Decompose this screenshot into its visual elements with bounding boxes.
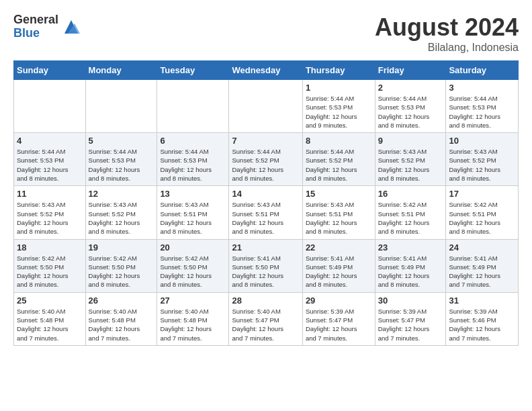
day-cell: 19Sunrise: 5:42 AM Sunset: 5:50 PM Dayli… (85, 239, 157, 292)
logo-blue: Blue (13, 27, 58, 40)
day-number: 8 (306, 136, 372, 146)
day-info: Sunrise: 5:42 AM Sunset: 5:50 PM Dayligh… (89, 254, 154, 289)
day-number: 21 (232, 242, 299, 253)
day-info: Sunrise: 5:41 AM Sunset: 5:49 PM Dayligh… (306, 254, 372, 289)
weekday-header-thursday: Thursday (302, 61, 375, 80)
day-cell: 22Sunrise: 5:41 AM Sunset: 5:49 PM Dayli… (302, 239, 375, 292)
day-number: 11 (17, 189, 83, 199)
day-info: Sunrise: 5:39 AM Sunset: 5:46 PM Dayligh… (449, 307, 515, 342)
calendar: SundayMondayTuesdayWednesdayThursdayFrid… (13, 60, 519, 346)
day-number: 10 (449, 136, 515, 146)
logo-icon (61, 17, 81, 37)
day-info: Sunrise: 5:40 AM Sunset: 5:48 PM Dayligh… (160, 307, 226, 342)
day-info: Sunrise: 5:42 AM Sunset: 5:51 PM Dayligh… (449, 200, 515, 236)
page-header: General Blue August 2024 Bilalang, Indon… (13, 13, 519, 54)
day-info: Sunrise: 5:43 AM Sunset: 5:51 PM Dayligh… (160, 200, 226, 236)
weekday-header-saturday: Saturday (446, 61, 519, 80)
weekday-header-monday: Monday (85, 61, 157, 80)
day-cell: 16Sunrise: 5:42 AM Sunset: 5:51 PM Dayli… (375, 186, 446, 239)
day-info: Sunrise: 5:43 AM Sunset: 5:52 PM Dayligh… (89, 200, 154, 236)
day-cell: 1Sunrise: 5:44 AM Sunset: 5:53 PM Daylig… (302, 80, 375, 133)
weekday-header-row: SundayMondayTuesdayWednesdayThursdayFrid… (14, 61, 519, 80)
day-info: Sunrise: 5:39 AM Sunset: 5:47 PM Dayligh… (378, 307, 443, 342)
day-cell: 30Sunrise: 5:39 AM Sunset: 5:47 PM Dayli… (375, 292, 446, 345)
day-cell: 10Sunrise: 5:43 AM Sunset: 5:52 PM Dayli… (446, 133, 519, 186)
day-info: Sunrise: 5:42 AM Sunset: 5:51 PM Dayligh… (378, 200, 443, 236)
week-row-4: 18Sunrise: 5:42 AM Sunset: 5:50 PM Dayli… (14, 239, 519, 292)
day-number: 27 (160, 295, 226, 306)
day-info: Sunrise: 5:42 AM Sunset: 5:50 PM Dayligh… (160, 254, 226, 289)
day-cell: 2Sunrise: 5:44 AM Sunset: 5:53 PM Daylig… (375, 80, 446, 133)
day-info: Sunrise: 5:39 AM Sunset: 5:47 PM Dayligh… (306, 307, 372, 342)
day-info: Sunrise: 5:44 AM Sunset: 5:53 PM Dayligh… (378, 94, 443, 130)
day-cell (14, 80, 86, 133)
day-cell: 9Sunrise: 5:43 AM Sunset: 5:52 PM Daylig… (375, 133, 446, 186)
day-cell (157, 80, 229, 133)
day-info: Sunrise: 5:43 AM Sunset: 5:52 PM Dayligh… (17, 200, 83, 236)
day-cell: 15Sunrise: 5:43 AM Sunset: 5:51 PM Dayli… (302, 186, 375, 239)
day-info: Sunrise: 5:43 AM Sunset: 5:51 PM Dayligh… (306, 200, 372, 236)
day-number: 25 (17, 295, 83, 306)
weekday-header-sunday: Sunday (14, 61, 86, 80)
day-info: Sunrise: 5:44 AM Sunset: 5:53 PM Dayligh… (17, 147, 83, 183)
day-info: Sunrise: 5:41 AM Sunset: 5:49 PM Dayligh… (449, 254, 515, 289)
day-cell: 17Sunrise: 5:42 AM Sunset: 5:51 PM Dayli… (446, 186, 519, 239)
day-number: 3 (449, 83, 515, 93)
day-info: Sunrise: 5:44 AM Sunset: 5:53 PM Dayligh… (449, 94, 515, 130)
day-info: Sunrise: 5:40 AM Sunset: 5:48 PM Dayligh… (17, 307, 83, 342)
day-info: Sunrise: 5:43 AM Sunset: 5:52 PM Dayligh… (449, 147, 515, 183)
day-number: 16 (378, 189, 443, 199)
day-info: Sunrise: 5:41 AM Sunset: 5:50 PM Dayligh… (232, 254, 299, 289)
day-info: Sunrise: 5:44 AM Sunset: 5:53 PM Dayligh… (160, 147, 226, 183)
day-number: 9 (378, 136, 443, 146)
day-number: 30 (378, 295, 443, 306)
day-number: 12 (89, 189, 154, 199)
day-number: 22 (306, 242, 372, 253)
location: Bilalang, Indonesia (375, 42, 519, 54)
day-cell (85, 80, 157, 133)
day-cell: 4Sunrise: 5:44 AM Sunset: 5:53 PM Daylig… (14, 133, 86, 186)
day-cell: 21Sunrise: 5:41 AM Sunset: 5:50 PM Dayli… (229, 239, 302, 292)
day-number: 20 (160, 242, 226, 253)
day-cell: 23Sunrise: 5:41 AM Sunset: 5:49 PM Dayli… (375, 239, 446, 292)
day-info: Sunrise: 5:43 AM Sunset: 5:52 PM Dayligh… (378, 147, 443, 183)
day-number: 24 (449, 242, 515, 253)
day-number: 17 (449, 189, 515, 199)
day-cell: 31Sunrise: 5:39 AM Sunset: 5:46 PM Dayli… (446, 292, 519, 345)
day-info: Sunrise: 5:44 AM Sunset: 5:52 PM Dayligh… (306, 147, 372, 183)
day-cell: 20Sunrise: 5:42 AM Sunset: 5:50 PM Dayli… (157, 239, 229, 292)
day-cell: 26Sunrise: 5:40 AM Sunset: 5:48 PM Dayli… (85, 292, 157, 345)
day-number: 14 (232, 189, 299, 199)
week-row-2: 4Sunrise: 5:44 AM Sunset: 5:53 PM Daylig… (14, 133, 519, 186)
day-info: Sunrise: 5:40 AM Sunset: 5:47 PM Dayligh… (232, 307, 299, 342)
day-cell: 28Sunrise: 5:40 AM Sunset: 5:47 PM Dayli… (229, 292, 302, 345)
week-row-5: 25Sunrise: 5:40 AM Sunset: 5:48 PM Dayli… (14, 292, 519, 345)
day-number: 31 (449, 295, 515, 306)
logo-general: General (13, 13, 58, 27)
day-info: Sunrise: 5:42 AM Sunset: 5:50 PM Dayligh… (17, 254, 83, 289)
weekday-header-tuesday: Tuesday (157, 61, 229, 80)
day-cell: 12Sunrise: 5:43 AM Sunset: 5:52 PM Dayli… (85, 186, 157, 239)
weekday-header-friday: Friday (375, 61, 446, 80)
day-number: 26 (89, 295, 154, 306)
day-cell: 27Sunrise: 5:40 AM Sunset: 5:48 PM Dayli… (157, 292, 229, 345)
day-info: Sunrise: 5:43 AM Sunset: 5:51 PM Dayligh… (232, 200, 299, 236)
month-title: August 2024 (375, 13, 519, 42)
day-cell: 6Sunrise: 5:44 AM Sunset: 5:53 PM Daylig… (157, 133, 229, 186)
week-row-1: 1Sunrise: 5:44 AM Sunset: 5:53 PM Daylig… (14, 80, 519, 133)
day-cell: 11Sunrise: 5:43 AM Sunset: 5:52 PM Dayli… (14, 186, 86, 239)
day-number: 2 (378, 83, 443, 93)
day-number: 7 (232, 136, 299, 146)
day-number: 23 (378, 242, 443, 253)
day-cell: 24Sunrise: 5:41 AM Sunset: 5:49 PM Dayli… (446, 239, 519, 292)
logo: General Blue (13, 13, 81, 40)
day-number: 1 (306, 83, 372, 93)
day-cell: 14Sunrise: 5:43 AM Sunset: 5:51 PM Dayli… (229, 186, 302, 239)
day-info: Sunrise: 5:44 AM Sunset: 5:52 PM Dayligh… (232, 147, 299, 183)
day-cell: 5Sunrise: 5:44 AM Sunset: 5:53 PM Daylig… (85, 133, 157, 186)
day-number: 29 (306, 295, 372, 306)
weekday-header-wednesday: Wednesday (229, 61, 302, 80)
day-number: 28 (232, 295, 299, 306)
day-number: 5 (89, 136, 154, 146)
day-cell: 29Sunrise: 5:39 AM Sunset: 5:47 PM Dayli… (302, 292, 375, 345)
